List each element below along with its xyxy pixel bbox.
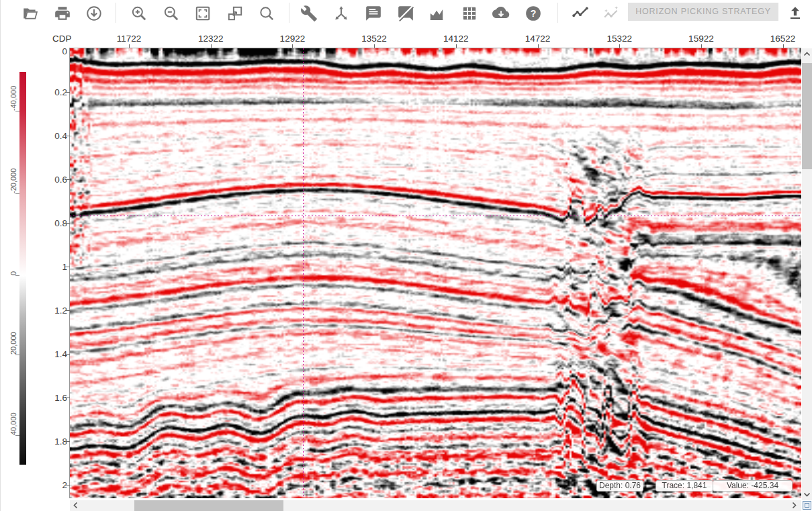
svg-text:?: ? — [531, 8, 537, 19]
